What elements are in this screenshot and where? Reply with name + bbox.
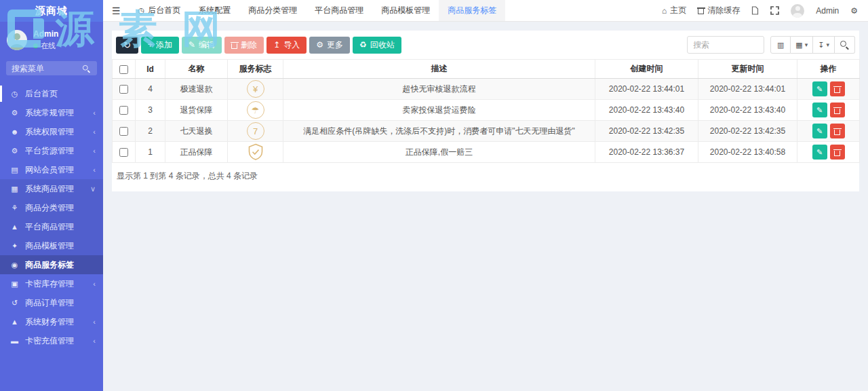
table-row: 3退货保障☂卖家投保退货运费险2020-02-22 13:43:402020-0… <box>113 100 860 121</box>
export-button[interactable]: ↧▾ <box>813 36 835 54</box>
cell-name: 七天退换 <box>165 121 228 142</box>
select-all-header <box>113 60 136 79</box>
trash-icon <box>834 86 840 93</box>
table-search-input[interactable] <box>687 36 764 54</box>
tab-goods-category[interactable]: 商品分类管理 <box>239 0 306 21</box>
topbar-right: ⌂ 主页 清除缓存 Admin ⚙ <box>662 0 868 21</box>
add-button[interactable]: +添加 <box>141 37 179 54</box>
chevron-left-icon: ‹ <box>93 166 96 174</box>
sidebar-item-goods-template[interactable]: ✦商品模板管理 <box>0 236 103 255</box>
more-button[interactable]: ⚙更多 <box>309 37 350 54</box>
toggle-view-button[interactable]: ▥ <box>770 36 791 54</box>
sidebar-toggle-icon[interactable]: ☰ <box>103 0 130 21</box>
active-indicator <box>0 86 2 102</box>
refresh-button[interactable]: ↻ <box>116 37 138 54</box>
sidebar-item-label: 后台首页 <box>25 88 96 100</box>
sidebar-item-card-stock[interactable]: ▣卡密库存管理‹ <box>0 274 103 293</box>
cell-service-badge: ☂ <box>228 100 283 121</box>
cell-created-at: 2020-02-22 13:36:37 <box>595 142 698 163</box>
row-checkbox[interactable] <box>119 106 128 115</box>
sidebar-item-system-finance[interactable]: ▲系统财务管理‹ <box>0 312 103 331</box>
chevron-down-icon: ∨ <box>90 185 96 193</box>
trash-icon <box>698 7 704 14</box>
row-checkbox[interactable] <box>119 148 128 157</box>
tab-system-config[interactable]: 系统配置 <box>189 0 239 21</box>
row-checkbox[interactable] <box>119 127 128 136</box>
sidebar-item-platform-source[interactable]: ⚙平台货源管理‹ <box>0 141 103 160</box>
delete-row-button[interactable] <box>830 145 845 160</box>
table-panel: ↻ +添加 ✎编辑 删除 ↥导入 ⚙更多 ♻回收站 ▥ ▦▾ ↧▾ <box>112 31 859 191</box>
edit-row-button[interactable]: ✎ <box>812 103 827 117</box>
clear-cache-label: 清除缓存 <box>707 5 740 16</box>
row-checkbox[interactable] <box>119 85 128 94</box>
edit-row-button[interactable]: ✎ <box>812 124 827 138</box>
sidebar: 源商城 Admin 在线 ◷后台首页⚙系统常规管理‹☻系统权限管理‹⚙平台货源管… <box>0 0 103 391</box>
sidebar-item-dashboard[interactable]: ◷后台首页 <box>0 84 103 103</box>
cell-name: 极速退款 <box>165 79 228 100</box>
tab-goods-template[interactable]: 商品模板管理 <box>372 0 439 21</box>
grid-icon: ▦ <box>9 185 20 193</box>
sidebar-item-system-goods[interactable]: ▦系统商品管理∨ <box>0 179 103 198</box>
delete-row-button[interactable] <box>830 81 845 96</box>
tab-dashboard[interactable]: ◷后台首页 <box>130 0 190 21</box>
cell-updated-at: 2020-02-22 13:40:58 <box>698 142 797 163</box>
sidebar-item-platform-goods[interactable]: ▲平台商品管理 <box>0 217 103 236</box>
clear-cache-link[interactable]: 清除缓存 <box>698 5 740 16</box>
select-all-checkbox[interactable] <box>119 65 128 74</box>
username[interactable]: Admin <box>816 6 839 16</box>
sidebar-item-site-member[interactable]: ▤网站会员管理‹ <box>0 160 103 179</box>
tab-platform-goods[interactable]: 平台商品管理 <box>306 0 372 21</box>
user-panel: Admin 在线 <box>0 22 103 56</box>
edit-button[interactable]: ✎编辑 <box>182 37 222 54</box>
sidebar-item-system-auth[interactable]: ☻系统权限管理‹ <box>0 122 103 141</box>
search-button[interactable] <box>835 36 855 54</box>
chevron-left-icon: ‹ <box>93 109 96 117</box>
search-icon <box>83 65 90 73</box>
sidebar-item-card-recharge[interactable]: ▬卡密充值管理‹ <box>0 331 103 350</box>
sidebar-item-goods-service-tag[interactable]: ◉商品服务标签 <box>0 255 103 274</box>
more-label: 更多 <box>327 39 343 51</box>
chevron-left-icon: ‹ <box>93 318 96 326</box>
cell-actions: ✎ <box>797 79 860 100</box>
home-link[interactable]: ⌂ 主页 <box>662 5 686 16</box>
chevron-left-icon: ‹ <box>93 280 96 288</box>
edit-row-button[interactable]: ✎ <box>812 81 827 96</box>
chevron-left-icon: ‹ <box>93 337 96 345</box>
settings-gear-icon[interactable]: ⚙ <box>850 6 858 16</box>
avatar[interactable] <box>791 4 804 18</box>
delete-button[interactable]: 删除 <box>224 37 264 54</box>
cell-updated-at: 2020-02-22 13:43:40 <box>698 100 797 121</box>
import-button[interactable]: ↥导入 <box>267 37 307 54</box>
pencil-icon: ✎ <box>189 40 195 50</box>
edit-label: 编辑 <box>199 39 215 51</box>
sidebar-item-label: 商品服务标签 <box>25 259 96 271</box>
history-icon: ↺ <box>9 299 20 308</box>
cell-actions: ✎ <box>797 100 860 121</box>
tab-label: 商品分类管理 <box>248 0 297 21</box>
cell-created-at: 2020-02-22 13:44:01 <box>595 79 698 100</box>
columns-icon: ▦ <box>795 41 802 50</box>
delete-row-button[interactable] <box>830 124 845 138</box>
upload-icon: ↥ <box>273 40 280 50</box>
columns-button[interactable]: ▦▾ <box>791 36 813 54</box>
recycle-bin-button[interactable]: ♻回收站 <box>353 37 401 54</box>
pencil-icon: ✎ <box>816 85 823 94</box>
delete-row-button[interactable] <box>830 103 845 117</box>
sidebar-item-goods-order[interactable]: ↺商品订单管理 <box>0 293 103 312</box>
sidebar-menu: ◷后台首页⚙系统常规管理‹☻系统权限管理‹⚙平台货源管理‹▤网站会员管理‹▦系统… <box>0 84 103 350</box>
trash-icon <box>834 128 840 135</box>
sidebar-item-goods-category[interactable]: ⚘商品分类管理 <box>0 198 103 217</box>
user-name: Admin <box>33 29 58 39</box>
cell-service-badge: ¥ <box>228 79 283 100</box>
docs-button[interactable] <box>751 6 759 15</box>
cell-description: 满足相应条件(吊牌缺失，洗涤后不支持)时，消费者可申请"七天无理由退货" <box>283 121 595 142</box>
plus-icon: + <box>148 40 153 50</box>
sidebar-item-system-general[interactable]: ⚙系统常规管理‹ <box>0 103 103 122</box>
fullscreen-button[interactable] <box>770 6 779 15</box>
edit-row-button[interactable]: ✎ <box>812 145 827 160</box>
tab-goods-service-tag[interactable]: 商品服务标签 <box>439 0 505 21</box>
cell-created-at: 2020-02-22 13:42:35 <box>595 121 698 142</box>
expand-icon <box>770 6 779 15</box>
avatar[interactable] <box>7 30 27 50</box>
table-toolbar: ↻ +添加 ✎编辑 删除 ↥导入 ⚙更多 ♻回收站 ▥ ▦▾ ↧▾ <box>112 31 859 59</box>
